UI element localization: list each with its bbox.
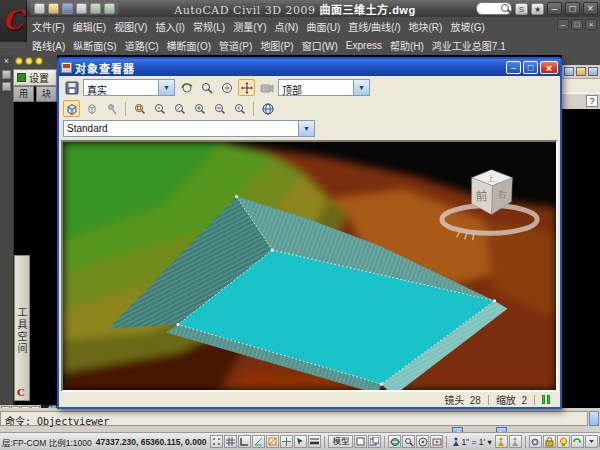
zoom-out-icon[interactable] [211,100,228,117]
subscription-icon[interactable]: S [515,3,528,15]
bulb-icon[interactable] [15,57,23,65]
undo-icon[interactable] [90,3,101,14]
menu-hongye[interactable]: 鸿业工业总图7.1 [432,38,506,53]
visual-style-select[interactable]: 真实▼ [83,79,175,96]
toolbar-icon[interactable] [576,67,586,76]
menu-alignments[interactable]: 路线(A) [32,38,65,53]
open-file-icon[interactable] [48,3,59,14]
menu-parcels[interactable]: 地块(R) [409,19,443,34]
perspective-projection-icon[interactable] [83,100,100,117]
grid-toggle[interactable] [224,435,237,448]
palette-autohide-icon[interactable] [2,82,11,91]
menu-express[interactable]: Express [346,40,382,51]
constrained-orbit-icon[interactable] [178,79,195,96]
lightbulb-icon[interactable] [557,435,570,448]
command-scrollbar[interactable] [589,411,599,426]
bulb-icon[interactable] [35,57,43,65]
terrain-render: 前 右 上 [63,142,556,390]
redo-icon[interactable] [104,3,115,14]
toolspace-subtab-right[interactable]: 块 [36,86,57,102]
menu-pipes[interactable]: 管道(P) [219,38,252,53]
menu-survey[interactable]: 测量(Y) [233,19,266,34]
named-view-select[interactable]: Standard▼ [63,120,315,137]
help-button[interactable]: ? [586,95,598,107]
annotation-visibility-icon[interactable] [495,435,508,448]
orbit-icon[interactable] [388,435,401,448]
new-file-icon[interactable] [34,3,45,14]
menu-view[interactable]: 视图(V) [114,19,147,34]
dialog-close-button[interactable]: × [540,61,558,74]
annotation-autoscale-icon[interactable] [509,435,522,448]
ortho-toggle[interactable] [238,435,251,448]
toolspace-subtab-left[interactable]: 用 [13,86,34,102]
bulb-icon[interactable] [25,57,33,65]
otrack-toggle[interactable] [280,435,293,448]
palette-properties-icon[interactable] [2,70,11,79]
window-close-button[interactable]: × [583,2,598,15]
status-menu-arrow-icon[interactable] [585,435,598,448]
menu-insert[interactable]: 插入(I) [155,19,184,34]
menu-profiles[interactable]: 纵断面(S) [73,38,116,53]
model-space-button[interactable]: 模型 [328,435,353,448]
menu-points[interactable]: 点(N) [275,19,299,34]
zoom-icon[interactable] [402,435,415,448]
menu-corridors[interactable]: 道路(C) [125,38,159,53]
parallel-projection-icon[interactable] [63,100,80,117]
infocenter-search-input[interactable] [476,2,512,15]
showmotion-icon[interactable] [430,435,443,448]
refresh-icon[interactable] [571,435,584,448]
menu-surfaces[interactable]: 曲面(U) [306,19,340,34]
menu-file[interactable]: 文件(F) [32,19,65,34]
menu-edit[interactable]: 编辑(E) [73,19,106,34]
layout1-icon[interactable] [354,435,367,448]
view-direction-select[interactable]: 顶部▼ [278,79,370,96]
favorites-star-icon[interactable]: ★ [531,3,544,15]
zoom-dynamic-icon[interactable] [151,100,168,117]
zoom-previous-icon[interactable] [231,100,248,117]
command-input[interactable]: 命令: Objectviewer [0,411,588,426]
menu-window[interactable]: 窗口(W) [302,38,338,53]
gear-icon[interactable] [529,435,542,448]
doc-restore-button[interactable]: □ [571,19,583,30]
menu-grading[interactable]: 放坡(G) [450,19,484,34]
zoom-scale-icon[interactable] [171,100,188,117]
zoom-extents-icon[interactable] [218,79,235,96]
lwt-toggle[interactable] [308,435,321,448]
layout2-icon[interactable] [368,435,381,448]
palette-close-icon[interactable]: × [0,55,13,67]
doc-minimize-button[interactable]: – [557,19,569,30]
toolspace-tab-settings[interactable]: 设置 [13,69,57,86]
window-minimize-button[interactable]: – [547,2,562,15]
dialog-maximize-button[interactable]: □ [523,61,538,74]
app-logo-icon[interactable]: C [0,0,27,42]
steering-wheel-icon[interactable] [416,435,429,448]
dialog-titlebar[interactable]: 对象查看器 – □ × [59,59,560,76]
viewer-3d-viewport[interactable]: 前 右 上 [61,140,558,392]
toolspace-vertical-tab[interactable]: 工具空间 C [14,255,30,401]
pan-icon[interactable] [238,79,255,96]
menu-help[interactable]: 帮助(H) [390,38,424,53]
menu-sections[interactable]: 横断面(O) [167,38,211,53]
zoom-window-icon[interactable] [131,100,148,117]
save-view-icon[interactable] [63,79,80,96]
snap-toggle[interactable] [210,435,223,448]
menu-lines-curves[interactable]: 直线/曲线(/) [348,19,400,34]
full-navigation-globe-icon[interactable] [259,100,276,117]
dialog-minimize-button[interactable]: – [506,61,521,74]
annotation-scale-control[interactable]: 1" = 1' ▾ [450,437,493,447]
toolbar-icon[interactable] [564,67,574,76]
menu-general[interactable]: 常规(L) [193,19,225,34]
menu-map[interactable]: 地图(P) [260,38,293,53]
toolbar-icon[interactable] [588,67,598,76]
osnap-toggle[interactable] [266,435,279,448]
window-maximize-button[interactable]: □ [565,2,580,15]
zoom-icon[interactable] [198,79,215,96]
object-viewer-icon [61,62,72,73]
dyn-toggle[interactable] [294,435,307,448]
plot-icon[interactable] [76,3,87,14]
lock-icon[interactable] [543,435,556,448]
doc-close-button[interactable]: × [585,19,597,30]
save-icon[interactable] [62,3,73,14]
polar-toggle[interactable] [252,435,265,448]
zoom-in-icon[interactable] [191,100,208,117]
